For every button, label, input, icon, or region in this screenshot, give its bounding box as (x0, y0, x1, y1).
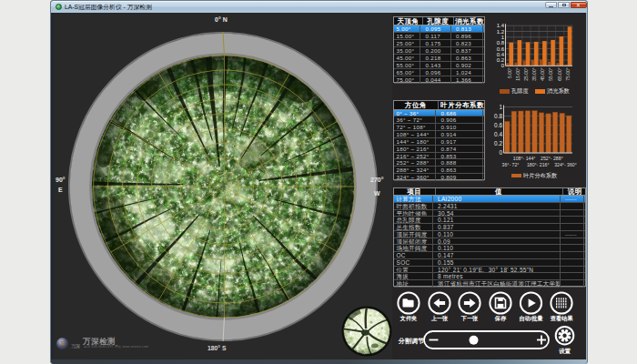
svg-text:180°- 216°: 180°- 216° (527, 162, 550, 167)
svg-text:0.2: 0.2 (497, 57, 505, 63)
svg-text:108°- 144°: 108°- 144° (513, 156, 536, 161)
svg-text:0.4: 0.4 (497, 52, 505, 57)
svg-text:25.00°: 25.00° (523, 67, 529, 81)
svg-text:15.00°: 15.00° (515, 67, 521, 81)
svg-text:252°- 288°: 252°- 288° (541, 156, 563, 161)
svg-text:设置: 设置 (558, 348, 571, 354)
svg-text:0.8: 0.8 (494, 113, 502, 119)
svg-text:1: 1 (499, 104, 502, 110)
svg-text:保存: 保存 (494, 315, 507, 322)
svg-text:55.00°: 55.00° (549, 67, 554, 81)
svg-text:上一张: 上一张 (431, 315, 449, 322)
svg-text:0.4: 0.4 (494, 131, 502, 137)
svg-text:0.6: 0.6 (497, 46, 505, 52)
svg-text:分割调节: 分割调节 (398, 337, 425, 345)
svg-text:1.2: 1.2 (497, 29, 505, 35)
svg-text:324°- 360°: 324°- 360° (554, 162, 577, 167)
svg-text:0.6: 0.6 (494, 122, 502, 128)
svg-text:45.00°: 45.00° (540, 67, 545, 81)
svg-text:1: 1 (501, 35, 505, 40)
svg-text:0: 0 (501, 63, 505, 68)
svg-text:35.00°: 35.00° (531, 67, 537, 81)
svg-text:36°- 72°: 36°- 72° (502, 162, 520, 167)
svg-text:0.2: 0.2 (494, 140, 502, 147)
svg-text:文件夹: 文件夹 (399, 315, 418, 322)
svg-text:65.00°: 65.00° (557, 67, 562, 81)
svg-text:1.4: 1.4 (497, 23, 505, 28)
svg-text:查看结果: 查看结果 (550, 315, 574, 322)
svg-text:下一张: 下一张 (460, 315, 479, 322)
svg-text:0.8: 0.8 (497, 40, 505, 46)
svg-text:0: 0 (499, 149, 502, 156)
svg-text:自动/批量: 自动/批量 (519, 315, 542, 322)
svg-text:5.00°: 5.00° (507, 67, 512, 78)
svg-text:75.00°: 75.00° (565, 67, 571, 81)
